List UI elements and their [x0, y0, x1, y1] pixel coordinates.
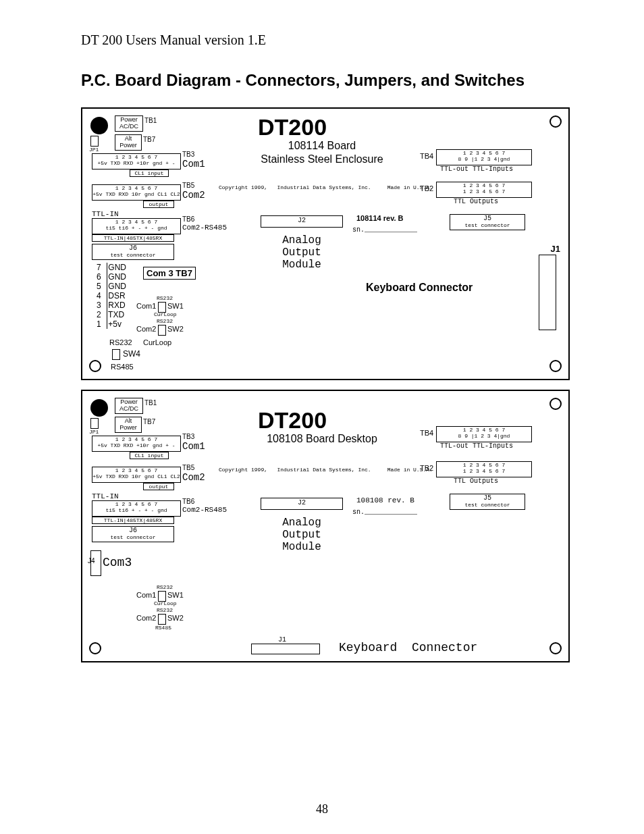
j2-label: J2 — [298, 217, 306, 224]
com2-label: Com2 — [182, 190, 205, 201]
tb6-pins-top: 1 2 3 4 5 6 7 — [92, 219, 180, 225]
tb4-block: 1 2 3 4 5 6 7 8 9 |1 2 3 4|gnd — [436, 149, 532, 165]
section-title: P.C. Board Diagram - Connectors, Jumpers… — [81, 71, 570, 90]
sw4-icon — [112, 349, 120, 360]
tb6-label: TB6 — [182, 498, 194, 505]
rs232-label-2: RS232 — [157, 607, 173, 613]
j2-block: J2 — [261, 215, 343, 228]
rs485-label: RS485 — [155, 625, 171, 631]
board-diagram-108114: DT200 108114 Board Stainless Steel Enclo… — [81, 107, 570, 380]
com1-sw-label: Com1 — [136, 302, 156, 310]
tb2-label: TB2 — [420, 184, 433, 192]
tb4-sub: TTL-out TTL-Inputs — [440, 165, 513, 173]
mounting-hole-icon — [549, 360, 562, 372]
tb1-block: Power AC/DC — [115, 398, 143, 414]
j6-label: J6 — [92, 527, 173, 534]
tb5-pins-bot: +5v TXD RXD 10r gnd CL1 CL2 — [92, 473, 180, 479]
j2-label: J2 — [298, 499, 306, 506]
page-number: 48 — [0, 802, 644, 816]
j1-label: J1 — [551, 244, 560, 254]
tb4-pins-bot: 8 9 |1 2 3 4|gnd — [437, 433, 531, 439]
tb1-block: Power AC/DC — [115, 115, 143, 132]
board-rev: 108114 rev. B — [356, 214, 404, 222]
tb5-pins-top: 1 2 3 4 5 6 7 — [92, 467, 180, 473]
jp1-label: JP1 — [89, 429, 99, 435]
tb6-block: 1 2 3 4 5 6 7 ti5 ti6 + - + - gnd — [92, 500, 181, 517]
com1-label: Com1 — [182, 159, 205, 170]
com2-rs485-label: Com2-RS485 — [182, 224, 227, 232]
com2-rs485-label: Com2-RS485 — [182, 506, 227, 514]
tb3-pins-bot: +5v TXD RXD +10r gnd + - — [92, 442, 180, 448]
com1-sw-label: Com1 — [136, 591, 156, 599]
tb3-label: TB3 — [182, 433, 194, 440]
sw2-icon — [158, 325, 166, 336]
tb6-pins-top: 1 2 3 4 5 6 7 — [92, 501, 180, 507]
tb5-pins-top: 1 2 3 4 5 6 7 — [92, 185, 180, 191]
j1-label: J1 — [278, 636, 286, 644]
com3-label: Com3 — [103, 556, 132, 569]
tb3-block: 1 2 3 4 5 6 7 +5v TXD RXD +10r gnd + - — [92, 153, 181, 170]
pin-row: 5 GND — [110, 282, 227, 291]
tb5-block: 1 2 3 4 5 6 7 +5v TXD RXD 10r gnd CL1 CL… — [92, 467, 181, 483]
sw1-label: SW1 — [167, 302, 184, 310]
tb7-block: Alt Power — [115, 134, 142, 151]
tb6-block: 1 2 3 4 5 6 7 ti5 ti6 + - + - gnd — [92, 218, 181, 234]
mounting-fill-icon — [90, 399, 108, 417]
tb4-label: TB4 — [420, 152, 433, 160]
tb7-block: Alt Power — [115, 417, 142, 433]
tb3-pins-bot: +5v TXD RXD +10r gnd + - — [92, 160, 180, 166]
jp1-label: JP1 — [89, 147, 99, 153]
tb1-label: TB1 — [144, 399, 157, 407]
tb6-pins-bot: ti5 ti6 + - + - gnd — [92, 507, 180, 513]
mounting-fill-icon — [90, 117, 108, 134]
product-name: DT200 — [258, 407, 327, 434]
tb6-pins-bot: ti5 ti6 + - + - gnd — [92, 225, 180, 231]
sw1-label: SW1 — [167, 591, 184, 599]
j5-block: J5 test connector — [450, 214, 525, 230]
j4-label: J4 — [88, 557, 95, 565]
analog-module-label: Analog Output Module — [258, 234, 346, 271]
rs232-bottom: RS232 — [109, 338, 132, 346]
ttl-in-label: TTL-IN — [92, 210, 119, 218]
j5-sub: test connector — [450, 502, 525, 508]
cl1-input-label: CL1 input — [130, 452, 169, 459]
tb4-sub: TTL-out TTL-Inputs — [440, 442, 513, 450]
tb2-label: TB2 — [420, 464, 433, 472]
output-label: output — [143, 483, 174, 490]
tb2-sub: TTL Outputs — [454, 477, 498, 485]
rs232-label: RS232 — [157, 295, 173, 301]
mounting-hole-icon — [89, 642, 101, 654]
tb2-pins-bot: 1 2 3 4 5 6 7 — [437, 188, 531, 194]
com2-sw-label: Com2 — [136, 325, 156, 333]
jp1-icon — [90, 136, 99, 147]
cl1-input-label: CL1 input — [130, 170, 169, 177]
mounting-hole-icon — [549, 398, 562, 410]
tb3-block: 1 2 3 4 5 6 7 +5v TXD RXD +10r gnd + - — [92, 436, 181, 452]
ttl-row-label: TTL-IN|485TX|485RX — [92, 517, 174, 524]
ttl-row-label: TTL-IN|485TX|485RX — [92, 234, 174, 242]
tb2-pins-top: 1 2 3 4 5 6 7 — [437, 462, 531, 468]
j6-sub: test connector — [92, 534, 173, 540]
product-name: DT200 — [258, 114, 327, 140]
page-header: DT 200 Users Manual version 1.E — [81, 32, 570, 48]
mounting-hole-icon — [89, 360, 101, 372]
j1-connector — [539, 255, 556, 330]
tb4-pins-bot: 8 9 |1 2 3 4|gnd — [437, 156, 531, 162]
rs232-label: RS232 — [157, 584, 173, 590]
j1-connector — [251, 644, 320, 654]
tb5-label: TB5 — [182, 464, 194, 471]
curloop-bottom: CurLoop — [143, 338, 171, 346]
com2-label: Com2 — [182, 472, 205, 483]
rs485-label: RS485 — [111, 363, 134, 371]
j6-sub: test connector — [92, 252, 173, 258]
j6-block: J6 test connector — [92, 244, 174, 260]
tb3-label: TB3 — [182, 151, 194, 158]
tb6-label: TB6 — [182, 215, 194, 223]
tb7-label: TB7 — [143, 418, 155, 425]
tb2-block: 1 2 3 4 5 6 7 1 2 3 4 5 6 7 — [436, 461, 532, 477]
board-subtitle-1: 108114 Board — [244, 140, 400, 152]
tb5-block: 1 2 3 4 5 6 7 +5v TXD RXD 10r gnd CL1 CL… — [92, 184, 181, 201]
j5-label: J5 — [450, 215, 525, 222]
tb2-sub: TTL Outputs — [454, 198, 498, 205]
j6-block: J6 test connector — [92, 526, 174, 542]
